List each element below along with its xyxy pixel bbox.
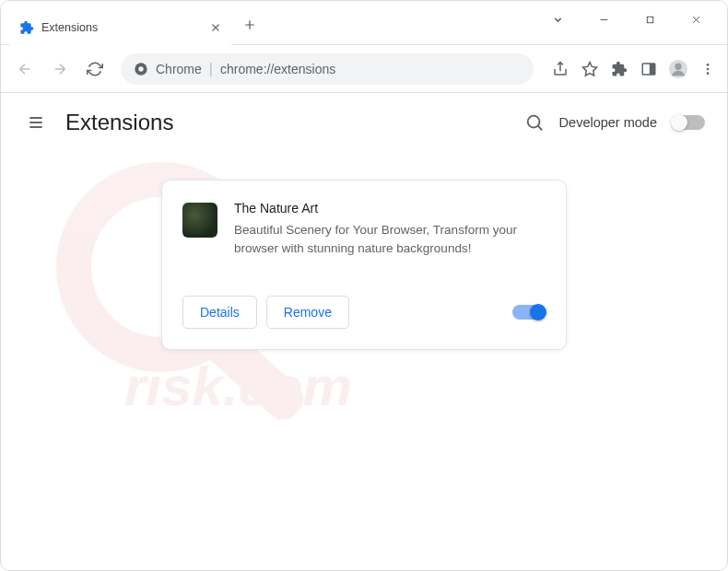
omnibox-separator: |: [209, 61, 213, 77]
details-button[interactable]: Details: [182, 296, 257, 329]
maximize-button[interactable]: [635, 6, 664, 32]
chrome-icon: [134, 62, 148, 76]
hamburger-menu-icon[interactable]: [23, 110, 49, 135]
svg-point-11: [707, 67, 710, 70]
svg-point-5: [138, 66, 143, 71]
svg-point-9: [675, 63, 681, 69]
svg-point-10: [707, 64, 710, 66]
browser-tab[interactable]: Extensions: [10, 10, 231, 45]
minimize-button[interactable]: [589, 6, 618, 32]
back-button[interactable]: [10, 54, 40, 84]
developer-mode-label: Developer mode: [559, 115, 657, 130]
caret-down-icon[interactable]: [543, 6, 572, 32]
close-icon[interactable]: [209, 21, 222, 34]
extension-card: The Nature Art Beautiful Scenery for You…: [161, 180, 567, 350]
bookmark-star-icon[interactable]: [580, 59, 600, 79]
forward-button[interactable]: [45, 54, 75, 84]
sidepanel-icon[interactable]: [639, 59, 659, 79]
page-title: Extensions: [65, 110, 173, 135]
svg-point-12: [707, 72, 710, 75]
extension-icon: [182, 203, 217, 238]
extension-description: Beautiful Scenery for Your Browser, Tran…: [234, 221, 546, 259]
tab-title: Extensions: [41, 21, 202, 34]
extensions-icon[interactable]: [609, 59, 629, 79]
profile-avatar[interactable]: [668, 59, 688, 79]
kebab-menu-icon[interactable]: [698, 59, 718, 79]
svg-text:risk.com: risk.com: [124, 355, 352, 417]
extension-card-header: The Nature Art Beautiful Scenery for You…: [182, 201, 546, 259]
toolbar-right: [550, 59, 718, 79]
page-header-actions: Developer mode: [524, 112, 705, 133]
browser-toolbar: Chrome | chrome://extensions: [1, 45, 727, 93]
developer-mode-toggle[interactable]: [672, 115, 705, 130]
extension-card-actions: Details Remove: [182, 296, 546, 329]
share-icon[interactable]: [550, 59, 570, 79]
page-header: Extensions Developer mode: [1, 93, 727, 152]
omnibox-url: chrome://extensions: [220, 62, 335, 76]
extension-name: The Nature Art: [234, 201, 546, 216]
page-content: Extensions Developer mode The Nature Art…: [1, 93, 727, 350]
extension-enable-toggle[interactable]: [512, 305, 546, 320]
window-controls: [543, 1, 727, 32]
puzzle-icon: [19, 20, 34, 35]
svg-rect-7: [650, 64, 655, 75]
window-titlebar: Extensions: [1, 1, 727, 45]
address-bar[interactable]: Chrome | chrome://extensions: [121, 53, 534, 85]
close-window-button[interactable]: [681, 6, 710, 32]
new-tab-button[interactable]: [237, 12, 263, 38]
omnibox-origin: Chrome: [156, 62, 202, 76]
reload-button[interactable]: [80, 54, 110, 84]
remove-button[interactable]: Remove: [266, 296, 349, 329]
search-icon[interactable]: [524, 112, 545, 133]
svg-point-13: [527, 116, 539, 128]
svg-rect-3: [647, 17, 653, 23]
